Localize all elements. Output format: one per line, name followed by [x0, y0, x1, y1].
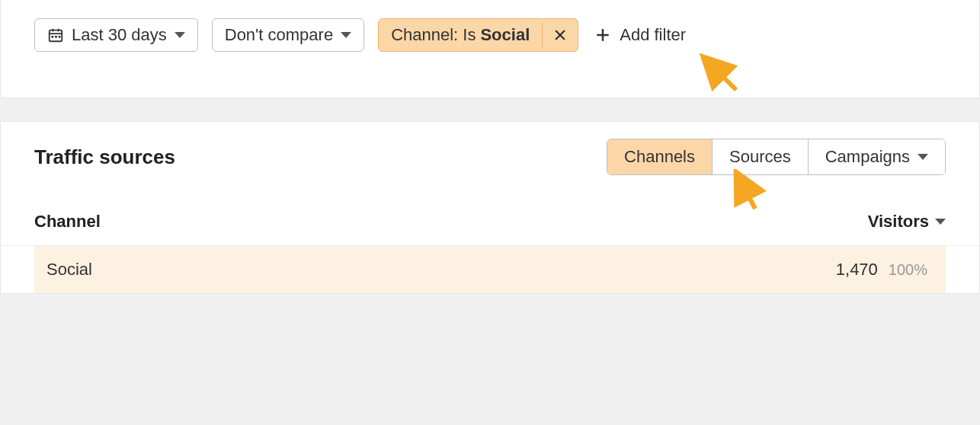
compare-label: Don't compare	[225, 25, 333, 45]
plus-icon	[595, 27, 610, 43]
data-table: Channel Visitors Social 1,470 100%	[1, 212, 979, 293]
tab-channels[interactable]: Channels	[607, 139, 712, 174]
table-row[interactable]: Social 1,470 100%	[34, 246, 946, 293]
row-visitors: 1,470	[836, 260, 878, 280]
svg-rect-4	[52, 36, 54, 38]
panel-gap	[0, 98, 980, 121]
table-header: Channel Visitors	[1, 212, 979, 246]
annotation-arrow-icon	[721, 169, 774, 215]
tab-sources[interactable]: Sources	[712, 139, 808, 174]
card-title: Traffic sources	[34, 145, 175, 169]
date-range-picker[interactable]: Last 30 days	[34, 18, 198, 52]
remove-filter-button[interactable]	[542, 22, 578, 48]
svg-line-12	[738, 175, 755, 209]
caret-down-icon	[918, 154, 928, 160]
caret-down-icon	[175, 32, 185, 38]
channel-filter-label: Channel: Is Social	[379, 19, 542, 51]
svg-rect-0	[50, 30, 62, 42]
compare-picker[interactable]: Don't compare	[212, 18, 364, 52]
row-label: Social	[46, 260, 92, 280]
add-filter-label: Add filter	[620, 25, 686, 45]
date-range-label: Last 30 days	[72, 25, 167, 45]
annotation-arrow-icon	[694, 52, 748, 97]
svg-rect-5	[55, 36, 57, 38]
traffic-sources-card: Traffic sources Channels Sources Campaig…	[0, 121, 980, 294]
row-pct: 100%	[889, 261, 927, 279]
calendar-icon	[47, 27, 64, 43]
col-visitors-sort[interactable]: Visitors	[868, 212, 946, 232]
sort-desc-icon	[935, 219, 946, 225]
row-values: 1,470 100%	[836, 260, 927, 280]
tab-campaigns[interactable]: Campaigns	[808, 139, 945, 174]
card-header: Traffic sources Channels Sources Campaig…	[1, 122, 979, 212]
tab-group: Channels Sources Campaigns	[607, 139, 946, 175]
svg-rect-6	[59, 36, 61, 38]
col-channel: Channel	[34, 212, 101, 232]
svg-line-11	[706, 59, 736, 90]
caret-down-icon	[341, 32, 351, 38]
channel-filter-chip[interactable]: Channel: Is Social	[378, 18, 578, 52]
filter-bar: Last 30 days Don't compare Channel: Is S…	[1, 0, 979, 97]
filter-panel: Last 30 days Don't compare Channel: Is S…	[0, 0, 980, 98]
add-filter-button[interactable]: Add filter	[592, 19, 689, 51]
